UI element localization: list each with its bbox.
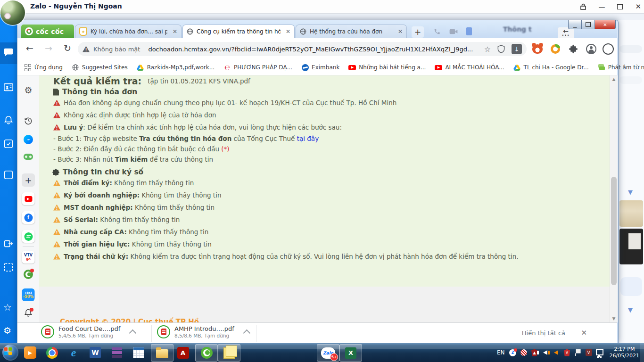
taskbar-sticky-notes-button[interactable] — [218, 344, 240, 362]
tab-ky-lui[interactable]: ★ Ký lùi, chừa hóa đơn... sai phạm ✕ — [75, 25, 182, 38]
taskbar-chrome-icon[interactable] — [45, 346, 58, 359]
forward-button[interactable]: → — [45, 43, 52, 53]
zalo-bell-icon[interactable] — [3, 115, 14, 125]
tai-day-link[interactable]: tại đây — [297, 135, 319, 142]
url-text[interactable]: dochoadon.hcmtax.gov.vn/?fbclid=IwAR0dje… — [148, 46, 480, 53]
tab-close-icon[interactable]: ✕ — [173, 28, 177, 35]
download-item[interactable]: Food Court De….pdf 5,4/5,6 MB, Tạm dừng — [41, 325, 136, 338]
profile-icon[interactable] — [585, 43, 597, 55]
photo-thumbnail[interactable] — [619, 229, 643, 264]
tray-network-icon[interactable] — [596, 349, 603, 356]
messenger-icon[interactable] — [24, 135, 33, 144]
download-menu-chevron[interactable] — [129, 329, 137, 337]
taskbar-ie-icon[interactable]: e — [67, 346, 80, 359]
taskbar-adobe-reader-icon[interactable]: A — [176, 346, 190, 359]
zalo-capture-icon[interactable] — [3, 262, 14, 272]
taskbar-zalo-button[interactable]: Zalo5+ — [317, 344, 339, 362]
chevron-down-icon[interactable]: ▼ — [628, 189, 633, 196]
tray-flag-warning-icon[interactable] — [574, 349, 582, 356]
tiki-sale-icon[interactable]: TIKI-50% — [22, 288, 35, 301]
download-menu-chevron[interactable] — [243, 329, 250, 337]
show-desktop-button[interactable] — [640, 343, 644, 362]
bookmark-star-icon[interactable]: ☆ — [484, 45, 491, 54]
language-indicator[interactable]: EN — [497, 349, 505, 356]
taskbar-coccoc-button[interactable] — [195, 344, 218, 362]
tab-he-thong-tra-cuu[interactable]: Hệ thống tra cứu hóa đơn ✕ — [296, 25, 407, 38]
taskbar-clock[interactable]: 2:17 PM 26/05/2021 — [610, 346, 639, 359]
coccoc-brand-button[interactable]: cốc cốc — [21, 25, 74, 38]
tray-antivirus-icon[interactable]: V — [563, 349, 571, 356]
taskbar-wmp-icon[interactable]: ▶ — [24, 346, 37, 359]
bookmark-phat-am[interactable]: Phát âm từ ngọng đế... — [598, 64, 644, 71]
not-secure-warning-icon[interactable]: ! — [83, 46, 90, 52]
download-item[interactable]: AMHP Introdu….pdf 8,5/8,6 MB, Tạm dừng — [157, 325, 250, 338]
extensions-puzzle-icon[interactable] — [567, 43, 579, 55]
zalo-minimize-button[interactable]: — — [598, 3, 605, 10]
history-icon[interactable] — [24, 116, 33, 125]
zalo-panel-icon[interactable] — [3, 170, 14, 180]
zalo-chat-icon[interactable] — [3, 47, 14, 58]
tray-v-app-icon[interactable]: V — [585, 349, 593, 356]
download-file-name[interactable]: AMHP Introdu….pdf — [174, 325, 234, 332]
youtube-shortcut-icon[interactable]: ▶ — [22, 192, 35, 205]
tray-volume-orange-icon[interactable] — [553, 349, 560, 356]
coccoc-notification-icon[interactable] — [24, 270, 33, 279]
zalo-star-icon[interactable]: ☆ — [3, 302, 14, 312]
new-tab-button[interactable]: + — [412, 26, 424, 38]
taskbar-winrar-icon[interactable] — [110, 346, 124, 359]
back-button[interactable]: ← — [26, 43, 33, 53]
browser-close-button[interactable]: ✕ — [595, 20, 616, 29]
download-icon[interactable]: ↓ — [512, 44, 522, 54]
notifications-bell-icon[interactable] — [24, 308, 33, 320]
bookmark-suggested-sites[interactable]: Suggested Sites — [72, 64, 128, 71]
taskbar-word-icon[interactable]: W — [89, 346, 102, 359]
security-label[interactable]: Không bảo mật — [93, 46, 140, 53]
browser-maximize-button[interactable] — [582, 20, 595, 29]
photo-thumbnail[interactable] — [619, 200, 643, 227]
scroll-down-arrow[interactable]: ▼ — [610, 315, 618, 322]
chevron-down-icon[interactable]: ▼ — [628, 306, 633, 313]
show-all-downloads-link[interactable]: Hiển thị tất cả — [522, 329, 565, 337]
download-file-name[interactable]: Food Court De….pdf — [58, 325, 120, 332]
extension-savior-icon[interactable] — [549, 43, 561, 55]
zalo-user-avatar[interactable] — [0, 0, 25, 25]
spotify-shortcut-icon[interactable] — [22, 230, 35, 243]
zalo-todo-icon[interactable] — [3, 139, 14, 149]
bookmark-eximbank[interactable]: Eximbank — [301, 64, 339, 71]
bookmark-razkids[interactable]: Razkids-Mp3,pdf,work... — [137, 64, 215, 71]
taskbar-excel-button[interactable]: X — [339, 344, 362, 362]
browser-minimize-button[interactable]: ▁ — [568, 20, 582, 29]
bookmark-tl-chi-ha[interactable]: TL chi Ha - Google Dr... — [513, 64, 589, 71]
scrollbar-thumb[interactable] — [611, 177, 617, 285]
tab-cong-cu-kiem-tra[interactable]: Công cụ kiểm tra thông tin hóa ✕ — [182, 25, 295, 38]
taskbar-spreadsheet-icon[interactable] — [132, 346, 145, 359]
tab-close-icon[interactable]: ✕ — [286, 28, 290, 35]
tab-close-icon[interactable]: ✕ — [398, 28, 403, 35]
avatar-circle-icon[interactable] — [602, 43, 614, 55]
lock-icon[interactable] — [580, 3, 586, 10]
zalo-settings-gear-icon[interactable]: ⚙ — [3, 325, 14, 336]
bookmark-apps[interactable]: Ứng dụng — [24, 64, 63, 71]
vtv-go-shortcut-icon[interactable]: VTVgo — [22, 251, 35, 263]
bookmark-nhung-bai-hat[interactable]: ▶Những bài hát tiếng a... — [348, 64, 426, 71]
tray-app-icon[interactable] — [520, 349, 528, 356]
add-shortcut-button[interactable]: + — [22, 173, 35, 187]
settings-gear-icon[interactable]: ⚙ — [24, 85, 32, 95]
extension-panda-icon[interactable] — [531, 43, 544, 55]
zalo-maximize-button[interactable] — [617, 4, 623, 9]
zalo-close-button[interactable]: ✕ — [635, 2, 641, 11]
zalo-contacts-icon[interactable] — [3, 82, 14, 92]
adblock-shield-icon[interactable] — [497, 45, 505, 53]
downloads-bar-close-icon[interactable]: ✕ — [581, 329, 587, 337]
bookmark-phuong-phap[interactable]: ℮PHƯƠNG PHÁP DẠ... — [223, 64, 292, 71]
page-scrollbar[interactable]: ▲ ▼ — [610, 75, 618, 322]
facebook-shortcut-icon[interactable]: f — [22, 211, 35, 224]
reload-button[interactable]: ↻ — [64, 43, 71, 53]
taskbar-explorer-button[interactable] — [151, 344, 173, 362]
bookmark-ai-mac-thoai-hoa[interactable]: ▶AI MẮC THOÁI HÓA... — [435, 64, 504, 71]
zalo-share-icon[interactable] — [3, 239, 14, 249]
scroll-up-arrow[interactable]: ▲ — [610, 75, 618, 83]
games-gamepad-icon[interactable] — [24, 154, 33, 160]
tray-zalo-icon[interactable]: Z — [509, 349, 517, 356]
address-bar[interactable]: ! Không bảo mật dochoadon.hcmtax.gov.vn/… — [78, 42, 527, 56]
